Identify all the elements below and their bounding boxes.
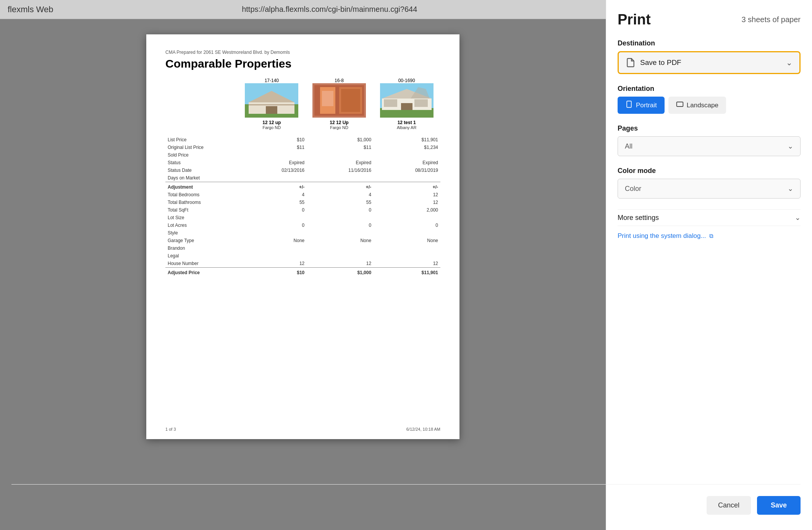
destination-label: Destination — [618, 39, 801, 47]
prop-name-2: 12 12 Up — [306, 120, 373, 125]
table-row: House Number 12 12 12 — [165, 260, 440, 268]
destination-value: Save to PDF — [640, 58, 681, 67]
panel-footer: Cancel Save — [606, 484, 801, 515]
chevron-down-icon: ⌄ — [786, 58, 793, 67]
table-row: Garage Type None None None — [165, 237, 440, 244]
table-row-adjustment: Adjustment +/- +/- +/- — [165, 182, 440, 191]
orientation-label: Orientation — [618, 85, 801, 93]
prop-image-1 — [245, 83, 298, 118]
preview-area: flexmls Web https://alpha.flexmls.com/cg… — [0, 0, 606, 530]
destination-select[interactable]: Save to PDF ⌄ — [618, 51, 801, 74]
page-number: 1 of 3 — [165, 427, 176, 431]
svg-rect-10 — [322, 91, 333, 106]
table-row: Lot Acres 0 0 0 — [165, 221, 440, 229]
landscape-label: Landscape — [687, 102, 718, 109]
more-settings[interactable]: More settings ⌄ — [618, 209, 801, 226]
portrait-label: Portrait — [636, 102, 657, 109]
table-row-adjusted-price: Adjusted Price $10 $1,000 $11,901 — [165, 268, 440, 277]
table-row: Status Expired Expired Expired — [165, 159, 440, 166]
site-name: flexmls Web — [8, 5, 53, 15]
svg-rect-11 — [341, 89, 360, 112]
prop-image-3 — [380, 83, 433, 118]
page-title: Comparable Properties — [165, 57, 440, 70]
svg-rect-18 — [414, 99, 428, 107]
prop-location-3: Albany AR — [373, 125, 440, 130]
data-table: List Price $10 $1,000 $11,901 Original L… — [165, 136, 440, 276]
print-panel: Print 3 sheets of paper Destination Save… — [606, 0, 812, 530]
sheets-count: 3 sheets of paper — [741, 15, 801, 24]
svg-rect-20 — [627, 101, 631, 108]
color-chevron-icon: ⌄ — [788, 184, 793, 193]
cancel-button[interactable]: Cancel — [707, 496, 751, 515]
landscape-button[interactable]: Landscape — [668, 97, 726, 114]
page-footer: 1 of 3 6/12/24, 10:18 AM — [165, 427, 440, 431]
destination-select-left: Save to PDF — [626, 58, 681, 68]
prop-image-2 — [312, 83, 366, 118]
landscape-icon — [676, 100, 684, 110]
table-row: Total SqFt 0 0 2,000 — [165, 206, 440, 214]
table-row: List Price $10 $1,000 $11,901 — [165, 136, 440, 144]
system-dialog-link[interactable]: Print using the system dialog... ⧉ — [618, 232, 801, 240]
save-button[interactable]: Save — [757, 496, 801, 515]
portrait-icon — [625, 100, 633, 110]
svg-rect-4 — [266, 106, 277, 114]
svg-rect-5 — [249, 104, 294, 105]
pages-value: All — [625, 142, 632, 150]
print-page: CMA Prepared for 2061 SE Westmoreland Bl… — [146, 34, 459, 439]
color-mode-label: Color mode — [618, 167, 801, 175]
table-row: Sold Price — [165, 151, 440, 159]
external-link-icon: ⧉ — [709, 233, 713, 239]
pages-select[interactable]: All ⌄ — [618, 136, 801, 156]
print-title: Print — [618, 11, 651, 28]
prop-name-1: 12 12 up — [238, 120, 306, 125]
property-col-3: 00-1690 12 test 1 — [373, 78, 440, 130]
print-panel-header: Print 3 sheets of paper — [618, 11, 801, 28]
prop-id-1: 17-140 — [238, 78, 306, 83]
table-row: Lot Size — [165, 214, 440, 221]
browser-bar: flexmls Web https://alpha.flexmls.com/cg… — [0, 0, 606, 19]
prepared-for: CMA Prepared for 2061 SE Westmoreland Bl… — [165, 50, 440, 55]
orientation-buttons: Portrait Landscape — [618, 97, 801, 114]
prop-id-3: 00-1690 — [373, 78, 440, 83]
table-row: Days on Market — [165, 174, 440, 182]
table-row: Original List Price $11 $11 $1,234 — [165, 144, 440, 151]
table-row: Total Bathrooms 55 55 12 — [165, 199, 440, 206]
prop-location-1: Fargo ND — [238, 125, 306, 130]
svg-rect-17 — [384, 99, 397, 107]
portrait-button[interactable]: Portrait — [618, 97, 665, 114]
table-row: Status Date 02/13/2016 11/16/2016 08/31/… — [165, 166, 440, 174]
table-row: Legal — [165, 252, 440, 260]
pages-label: Pages — [618, 124, 801, 132]
svg-rect-21 — [676, 102, 683, 107]
more-settings-chevron-icon: ⌄ — [795, 213, 801, 222]
page-container: CMA Prepared for 2061 SE Westmoreland Bl… — [146, 19, 459, 530]
color-mode-select[interactable]: Color ⌄ — [618, 179, 801, 199]
more-settings-label: More settings — [618, 214, 659, 222]
table-row: Brandon — [165, 244, 440, 252]
prop-location-2: Fargo ND — [306, 125, 373, 130]
property-col-2: 16-8 12 12 Up Fargo ND — [306, 78, 373, 130]
print-timestamp: 6/12/24, 10:18 AM — [406, 427, 440, 431]
pages-chevron-icon: ⌄ — [788, 142, 793, 150]
prop-id-2: 16-8 — [306, 78, 373, 83]
property-col-1: 17-140 12 12 up Fargo ND — [238, 78, 306, 130]
svg-rect-16 — [401, 103, 412, 110]
table-row: Total Bedrooms 4 4 12 — [165, 191, 440, 199]
document-icon — [626, 58, 636, 68]
prop-name-3: 12 test 1 — [373, 120, 440, 125]
table-row: Style — [165, 229, 440, 237]
system-dialog-label: Print using the system dialog... — [618, 232, 706, 240]
color-mode-value: Color — [625, 185, 641, 193]
browser-url: https://alpha.flexmls.com/cgi-bin/mainme… — [61, 5, 598, 14]
